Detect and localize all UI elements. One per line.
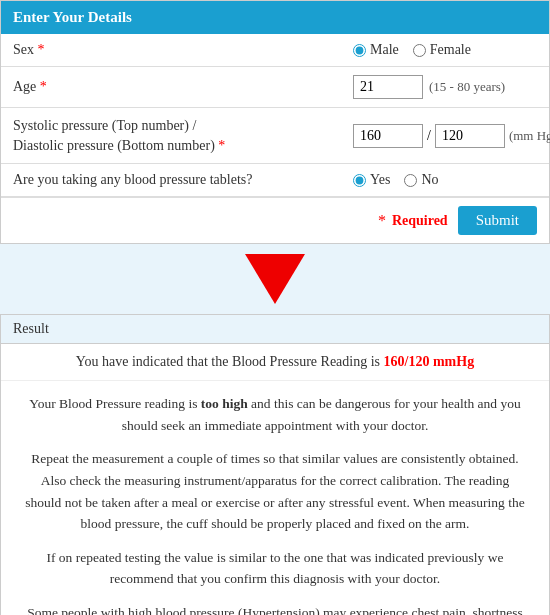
tablets-radio-group: Yes No	[353, 172, 439, 188]
tablets-no-radio[interactable]	[404, 174, 417, 187]
sex-label: Sex *	[13, 42, 353, 58]
reading-text: You have indicated that the Blood Pressu…	[76, 354, 384, 369]
bp-label-line1: Systolic pressure (Top number) /	[13, 118, 196, 133]
sex-radio-group: Male Female	[353, 42, 471, 58]
sex-control: Male Female	[353, 42, 537, 58]
tablets-control: Yes No	[353, 172, 537, 188]
result-reading: You have indicated that the Blood Pressu…	[1, 344, 549, 381]
bp-row: Systolic pressure (Top number) / Diastol…	[1, 108, 549, 164]
result-para-3: If on repeated testing the value is simi…	[21, 547, 529, 590]
tablets-yes-radio[interactable]	[353, 174, 366, 187]
sex-female-text: Female	[430, 42, 471, 58]
bp-label-line2: Diastolic pressure (Bottom number)	[13, 138, 215, 153]
down-arrow-icon	[245, 254, 305, 304]
tablets-label: Are you taking any blood pressure tablet…	[13, 172, 353, 188]
bp-separator: /	[427, 128, 431, 144]
tablets-label-text: Are you taking any blood pressure tablet…	[13, 172, 253, 187]
age-row: Age * (15 - 80 years)	[1, 67, 549, 108]
bp-label: Systolic pressure (Top number) / Diastol…	[13, 116, 353, 155]
too-high-text: too high	[201, 396, 248, 411]
bp-unit: (mm Hg)	[509, 128, 550, 144]
result-para-2: Repeat the measurement a couple of times…	[21, 448, 529, 534]
bp-control: / (mm Hg)	[353, 124, 550, 148]
sex-female-label[interactable]: Female	[413, 42, 471, 58]
sex-female-radio[interactable]	[413, 44, 426, 57]
sex-required-star: *	[38, 42, 45, 57]
diastolic-input[interactable]	[435, 124, 505, 148]
bp-required-star: *	[218, 138, 225, 153]
form-footer-row: * Required Submit	[1, 197, 549, 243]
systolic-input[interactable]	[353, 124, 423, 148]
tablets-yes-text: Yes	[370, 172, 390, 188]
result-para-4: Some people with high blood pressure (Hy…	[21, 602, 529, 615]
tablets-row: Are you taking any blood pressure tablet…	[1, 164, 549, 197]
form-header: Enter Your Details	[1, 1, 549, 34]
submit-label: Submit	[476, 212, 519, 228]
pressure-inputs: / (mm Hg)	[353, 124, 550, 148]
required-note: * Required	[378, 212, 448, 230]
age-required-star: *	[40, 79, 47, 94]
age-control: (15 - 80 years)	[353, 75, 537, 99]
result-header-text: Result	[13, 321, 49, 336]
result-para-1: Your Blood Pressure reading is too high …	[21, 393, 529, 436]
age-hint: (15 - 80 years)	[429, 79, 505, 95]
form-section: Enter Your Details Sex * Male Female Age	[0, 0, 550, 244]
sex-male-radio[interactable]	[353, 44, 366, 57]
result-section: Result You have indicated that the Blood…	[0, 314, 550, 615]
tablets-yes-label[interactable]: Yes	[353, 172, 390, 188]
sex-row: Sex * Male Female	[1, 34, 549, 67]
age-label: Age *	[13, 79, 353, 95]
arrow-container	[0, 244, 550, 314]
age-input[interactable]	[353, 75, 423, 99]
submit-button[interactable]: Submit	[458, 206, 537, 235]
form-header-text: Enter Your Details	[13, 9, 132, 25]
sex-male-text: Male	[370, 42, 399, 58]
required-label: Required	[392, 213, 448, 229]
tablets-no-label[interactable]: No	[404, 172, 438, 188]
result-body: Your Blood Pressure reading is too high …	[1, 381, 549, 615]
sex-male-label[interactable]: Male	[353, 42, 399, 58]
tablets-no-text: No	[421, 172, 438, 188]
result-header: Result	[1, 315, 549, 344]
required-star-icon: *	[378, 212, 386, 230]
reading-value: 160/120 mmHg	[384, 354, 475, 369]
